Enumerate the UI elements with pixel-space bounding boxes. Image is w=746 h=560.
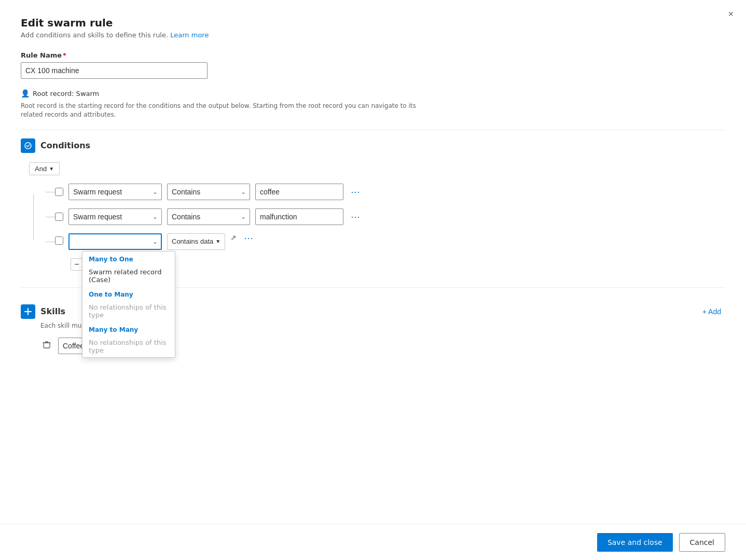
more-options-2[interactable]: ⋯: [349, 212, 363, 221]
conditions-title: Conditions: [40, 141, 90, 150]
conditions-icon: [21, 138, 35, 153]
many-to-one-label: Many to One: [82, 251, 175, 265]
skills-header-left: Skills: [21, 304, 65, 319]
footer: Save and close Cancel: [0, 524, 746, 560]
expand-btn[interactable]: ⇗: [230, 233, 237, 242]
field-select-3[interactable]: [68, 233, 162, 250]
dialog-container: × Edit swarm rule Add conditions and ski…: [0, 0, 746, 560]
operator-select-1[interactable]: Contains: [167, 184, 250, 200]
chevron-down-icon-2: ▼: [215, 239, 220, 244]
more-options-3[interactable]: ⋯: [242, 233, 256, 243]
close-button[interactable]: ×: [728, 9, 734, 19]
field-select-wrapper-3: Many to One Swarm related record (Case) …: [68, 233, 162, 250]
no-rel-many-many: No relationships of this type: [82, 335, 175, 357]
conditions-tree: Swarm request Contains ⋯ Swarm request: [29, 184, 725, 271]
value-input-1[interactable]: [255, 184, 343, 200]
condition-checkbox-3[interactable]: [55, 236, 63, 245]
condition-checkbox-2[interactable]: [55, 213, 63, 221]
skills-title: Skills: [40, 306, 65, 316]
person-icon: 👤: [21, 89, 30, 97]
operator-select-wrapper-2: Contains: [167, 208, 250, 225]
field-select-2[interactable]: Swarm request: [68, 208, 162, 225]
rule-name-label: Rule Name*: [21, 51, 725, 59]
dialog-title: Edit swarm rule: [21, 17, 725, 29]
rule-name-input[interactable]: [21, 62, 208, 79]
swarm-related-item[interactable]: Swarm related record (Case): [82, 265, 175, 287]
condition-row-1: Swarm request Contains ⋯: [55, 184, 725, 200]
contains-data-btn[interactable]: Contains data ▼: [167, 233, 225, 250]
no-rel-one-many: No relationships of this type: [82, 300, 175, 322]
more-options-1[interactable]: ⋯: [349, 187, 363, 197]
one-to-many-label: One to Many: [82, 287, 175, 300]
delete-skill-button[interactable]: [40, 339, 53, 353]
svg-rect-1: [44, 343, 50, 348]
chevron-down-icon: ▼: [49, 166, 54, 172]
conditions-section-header: Conditions: [21, 138, 725, 153]
dialog-subtitle: Add conditions and skills to define this…: [21, 31, 725, 39]
field-dropdown-menu: Many to One Swarm related record (Case) …: [82, 251, 175, 358]
operator-select-wrapper-1: Contains: [167, 184, 250, 200]
condition-row-2: Swarm request Contains ⋯: [55, 208, 725, 225]
conditions-area: And ▼ Swarm request Contains ⋯: [21, 162, 725, 271]
and-button[interactable]: And ▼: [29, 162, 60, 175]
root-record-section: 👤 Root record: Swarm: [21, 89, 725, 97]
operator-select-2[interactable]: Contains: [167, 208, 250, 225]
field-select-wrapper-1: Swarm request: [68, 184, 162, 200]
root-record-description: Root record is the starting record for t…: [21, 102, 425, 119]
cancel-button[interactable]: Cancel: [679, 533, 725, 552]
field-select-wrapper-2: Swarm request: [68, 208, 162, 225]
field-select-1[interactable]: Swarm request: [68, 184, 162, 200]
divider-1: [21, 130, 725, 130]
learn-more-link[interactable]: Learn more: [170, 31, 209, 39]
add-skill-button[interactable]: + Add: [698, 305, 725, 318]
condition-checkbox-1[interactable]: [55, 188, 63, 196]
save-and-close-button[interactable]: Save and close: [597, 533, 673, 552]
many-to-many-label: Many to Many: [82, 322, 175, 335]
skills-icon: [21, 304, 35, 319]
minus-button[interactable]: −: [71, 258, 83, 271]
condition-row-3: Many to One Swarm related record (Case) …: [55, 233, 725, 250]
value-input-2[interactable]: [255, 208, 343, 225]
